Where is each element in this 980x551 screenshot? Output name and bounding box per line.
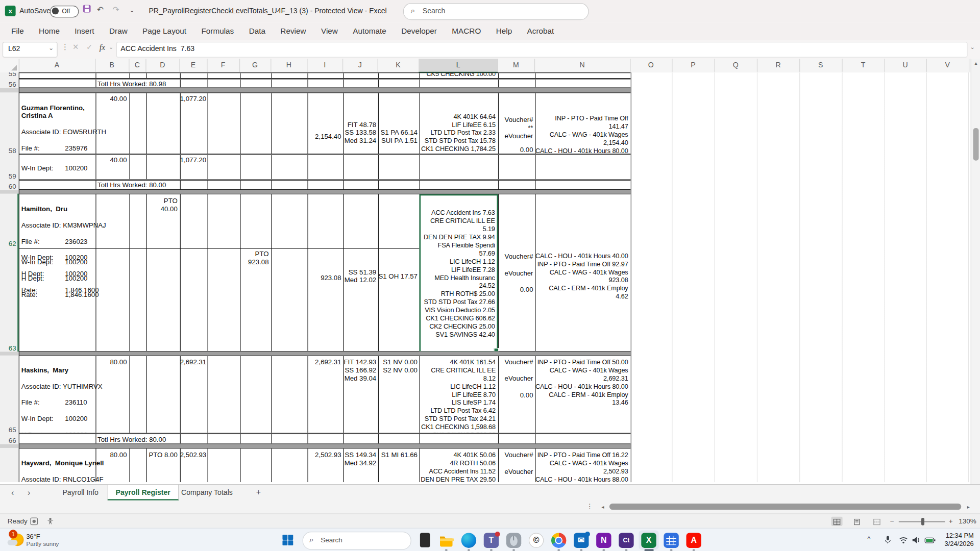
tab-insert[interactable]: Insert [75,27,94,36]
fill-handle[interactable] [494,348,499,352]
chrome-icon[interactable] [551,533,566,547]
tab-home[interactable]: Home [39,27,60,36]
col-header-t[interactable]: T [842,59,885,72]
col-header-e[interactable]: E [179,59,207,72]
col-header-v[interactable]: V [926,59,969,72]
phone-link-icon[interactable] [420,533,430,547]
cell-deductions[interactable]: 4K 401K 161.54 CRE CRITICAL ILL EE 8.12 … [420,358,496,434]
accessibility-checker-icon[interactable] [46,517,55,528]
row-56[interactable]: Totl Hrs Worked: 80.98 [19,79,631,88]
formula-input[interactable]: ACC Accident Ins 7.63 [116,42,968,58]
cell-hours[interactable]: 80.00 [95,451,127,459]
file-explorer-icon[interactable] [439,533,454,547]
col-header-s[interactable]: S [799,59,842,72]
tab-help[interactable]: Help [496,27,512,36]
cell-dept-a[interactable]: W-In Dept:100200 H Dept:100200 Rate:1,84… [21,250,115,307]
normal-view-button[interactable] [831,517,843,526]
col-header-l-selected[interactable]: L [419,59,498,73]
row-header-55[interactable]: 55 [0,72,16,78]
row-header-65[interactable]: 65 [0,356,16,434]
col-header-k[interactable]: K [378,59,420,72]
col-header-a[interactable]: A [19,59,96,72]
cell-earnings[interactable]: 2,502.93 [180,451,206,459]
cell-earnings[interactable]: 2,692.31 [180,358,206,366]
cell-hours[interactable]: 40.00 [95,95,127,103]
cell-employee-a[interactable]: Guzman Florentino, Cristina A Associate … [21,95,115,154]
cell-fed-taxes[interactable]: FIT 142.93 SS 166.92 Med 39.04 [343,358,376,383]
cell-total-hours[interactable]: Totl Hrs Worked: 80.98 [97,80,254,88]
row-55[interactable]: CK5 CHECKING 100.00 [19,72,631,79]
add-sheet-button[interactable]: + [253,487,264,498]
row-66[interactable]: Totl Hrs Worked: 80.00 [19,434,631,444]
col-header-d[interactable]: D [145,59,180,72]
row-header-62[interactable]: 62 [0,194,16,248]
cell-state-taxes[interactable]: S1 NV 0.00 S2 NV 0.00 [378,358,418,374]
col-header-q[interactable]: Q [715,59,757,72]
cell-earnings[interactable]: 1,077.20 [180,95,206,103]
row-60[interactable]: Totl Hrs Worked: 80.00 [19,180,631,190]
row-header-58[interactable]: 58 [0,92,16,155]
page-layout-view-button[interactable] [851,517,863,526]
cell-employee-a[interactable]: Haskins, Mary Associate ID: YUTHIMRVX Fi… [21,358,115,434]
tab-page-layout[interactable]: Page Layout [142,27,186,36]
cell-state-taxes[interactable]: S1 PA 66.14 SUI PA 1.51 [378,129,418,145]
col-header-r[interactable]: R [757,59,800,72]
excel-app-icon[interactable]: x [5,6,16,16]
excel-taskbar-icon[interactable]: X [641,533,656,547]
row-68-hayward[interactable]: Hayward, Monique Lynell Associate ID: RN… [19,448,631,482]
name-box[interactable]: L62 ⌄ [3,42,58,58]
row-header-60[interactable]: 60 [0,180,16,191]
grid-app-icon[interactable] [664,533,678,547]
page-break-view-button[interactable] [871,517,883,526]
weather-temp[interactable]: 36°F [26,532,40,540]
macro-recording-icon[interactable] [30,517,38,528]
zoom-level[interactable]: 130% [959,517,976,525]
rows-62-63-hamilton[interactable]: Hamilton, Dru Associate ID: KM3MWPNAJ Fi… [19,194,631,352]
cancel-icon[interactable]: ✕ [72,42,79,51]
cell-memos[interactable]: CALC - HOU - 401k Hours 40.00 INP - PTO … [535,252,628,300]
taskbar-search-box[interactable]: ⌕ Search [303,532,411,550]
cell-net[interactable]: 0.00 [498,286,533,294]
cell-gross[interactable]: 923.08 [307,273,341,282]
clock[interactable]: 12:34 PM 3/24/2026 [945,532,974,548]
tab-formulas[interactable]: Formulas [201,27,234,36]
row-header-66[interactable]: 66 [0,434,16,445]
edge-icon[interactable] [461,533,476,547]
onenote-icon[interactable]: N [596,533,611,547]
scroll-left-icon[interactable]: ◄ [601,505,605,509]
tab-view[interactable]: View [321,27,338,36]
row-header-63[interactable]: 63 [0,247,16,353]
cell-memos[interactable]: INP - PTO - Paid Time Off 16.22 CALC - W… [535,451,628,482]
tab-automate[interactable]: Automate [353,27,386,36]
zoom-out-icon[interactable]: − [890,517,894,525]
cell-l55[interactable]: CK5 CHECKING 100.00 [420,72,496,78]
col-header-h[interactable]: H [271,59,307,72]
col-header-g[interactable]: G [239,59,271,72]
acrobat-icon[interactable]: A [686,533,701,547]
col-header-j[interactable]: J [342,59,378,72]
cell-voucher[interactable]: Voucher# [498,253,533,261]
horizontal-scroll-thumb[interactable] [609,504,961,510]
cell-total-hours[interactable]: Totl Hrs Worked: 80.00 [97,435,254,443]
cell-pto[interactable]: PTO 8.00 [146,451,178,459]
cell-deductions[interactable]: 4K 401K 64.64 LIF LifeEE 6.15 LTD LTD Po… [420,112,496,153]
cell-fed-taxes[interactable]: SS 51.39 Med 12.02 [343,268,376,284]
row-header-56[interactable]: 56 [0,79,16,89]
microphone-icon[interactable] [884,535,892,546]
row-65-haskins[interactable]: Haskins, Mary Associate ID: YUTHIMRVX Fi… [19,356,631,434]
taskbar-app-5-icon[interactable] [506,533,521,547]
col-header-i[interactable]: I [307,59,343,72]
autosave-toggle[interactable]: Off [50,6,79,17]
zoom-slider-handle[interactable] [921,518,924,525]
col-header-m[interactable]: M [498,59,535,72]
col-header-o[interactable]: O [630,59,672,72]
cell-gross[interactable]: 2,154.40 [307,133,341,141]
col-header-u[interactable]: U [885,59,927,72]
clipchamp-icon[interactable]: Ct [619,533,633,547]
wifi-icon[interactable] [899,535,908,546]
cell-gross[interactable]: 2,692.31 [307,358,341,366]
enter-icon[interactable]: ✓ [86,42,92,51]
cell-memos[interactable]: INP - PTO - Paid Time Off 141.47 CALC - … [535,114,628,154]
select-all-corner[interactable] [0,59,19,72]
vertical-scroll-thumb[interactable] [973,128,979,161]
